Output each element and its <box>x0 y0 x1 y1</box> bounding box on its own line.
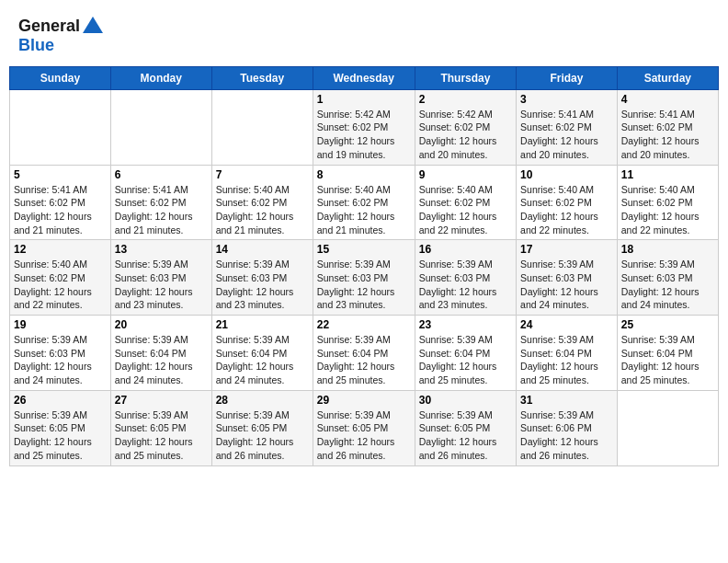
day-number: 21 <box>216 318 309 331</box>
day-number: 13 <box>115 243 208 256</box>
calendar-cell: 2Sunrise: 5:42 AM Sunset: 6:02 PM Daylig… <box>415 89 516 165</box>
calendar-cell: 7Sunrise: 5:40 AM Sunset: 6:02 PM Daylig… <box>211 165 313 240</box>
calendar-week-4: 19Sunrise: 5:39 AM Sunset: 6:03 PM Dayli… <box>10 316 719 391</box>
calendar-cell: 31Sunrise: 5:39 AM Sunset: 6:06 PM Dayli… <box>517 390 618 465</box>
weekday-header-wednesday: Wednesday <box>313 66 415 89</box>
calendar-cell: 26Sunrise: 5:39 AM Sunset: 6:05 PM Dayli… <box>10 390 111 465</box>
day-number: 30 <box>419 394 512 407</box>
calendar-cell <box>617 390 718 465</box>
calendar-week-2: 5Sunrise: 5:41 AM Sunset: 6:02 PM Daylig… <box>10 165 719 240</box>
day-info: Sunrise: 5:39 AM Sunset: 6:04 PM Dayligh… <box>419 333 512 387</box>
calendar-cell: 11Sunrise: 5:40 AM Sunset: 6:02 PM Dayli… <box>617 165 718 240</box>
day-number: 5 <box>14 168 107 181</box>
calendar-cell: 4Sunrise: 5:41 AM Sunset: 6:02 PM Daylig… <box>617 89 718 165</box>
day-info: Sunrise: 5:41 AM Sunset: 6:02 PM Dayligh… <box>14 183 107 237</box>
day-number: 17 <box>520 243 613 256</box>
day-info: Sunrise: 5:39 AM Sunset: 6:04 PM Dayligh… <box>216 333 309 387</box>
day-info: Sunrise: 5:39 AM Sunset: 6:03 PM Dayligh… <box>317 258 411 312</box>
day-info: Sunrise: 5:39 AM Sunset: 6:03 PM Dayligh… <box>520 258 613 312</box>
day-info: Sunrise: 5:39 AM Sunset: 6:05 PM Dayligh… <box>14 408 107 463</box>
day-info: Sunrise: 5:39 AM Sunset: 6:03 PM Dayligh… <box>419 258 512 312</box>
calendar-table: SundayMondayTuesdayWednesdayThursdayFrid… <box>9 66 719 466</box>
calendar-cell: 19Sunrise: 5:39 AM Sunset: 6:03 PM Dayli… <box>10 316 111 391</box>
day-number: 1 <box>317 93 411 106</box>
calendar-cell <box>211 89 313 165</box>
calendar-cell: 6Sunrise: 5:41 AM Sunset: 6:02 PM Daylig… <box>110 165 211 240</box>
day-number: 10 <box>520 168 613 181</box>
weekday-header-friday: Friday <box>517 66 618 89</box>
day-info: Sunrise: 5:41 AM Sunset: 6:02 PM Dayligh… <box>115 183 208 237</box>
day-number: 7 <box>216 168 309 181</box>
day-info: Sunrise: 5:40 AM Sunset: 6:02 PM Dayligh… <box>520 183 613 237</box>
day-info: Sunrise: 5:42 AM Sunset: 6:02 PM Dayligh… <box>317 108 411 162</box>
weekday-header-thursday: Thursday <box>415 66 516 89</box>
calendar-cell: 28Sunrise: 5:39 AM Sunset: 6:05 PM Dayli… <box>211 390 313 465</box>
day-number: 16 <box>419 243 512 256</box>
calendar-cell: 16Sunrise: 5:39 AM Sunset: 6:03 PM Dayli… <box>415 240 516 316</box>
calendar-cell: 20Sunrise: 5:39 AM Sunset: 6:04 PM Dayli… <box>110 316 211 391</box>
day-info: Sunrise: 5:39 AM Sunset: 6:05 PM Dayligh… <box>419 408 512 463</box>
day-info: Sunrise: 5:41 AM Sunset: 6:02 PM Dayligh… <box>621 108 714 162</box>
day-info: Sunrise: 5:42 AM Sunset: 6:02 PM Dayligh… <box>419 108 512 162</box>
day-number: 19 <box>14 318 107 331</box>
calendar-week-5: 26Sunrise: 5:39 AM Sunset: 6:05 PM Dayli… <box>10 390 719 465</box>
day-info: Sunrise: 5:39 AM Sunset: 6:06 PM Dayligh… <box>520 408 613 463</box>
calendar-cell: 22Sunrise: 5:39 AM Sunset: 6:04 PM Dayli… <box>313 316 415 391</box>
day-info: Sunrise: 5:41 AM Sunset: 6:02 PM Dayligh… <box>520 108 613 162</box>
day-info: Sunrise: 5:40 AM Sunset: 6:02 PM Dayligh… <box>14 258 107 312</box>
calendar-cell: 1Sunrise: 5:42 AM Sunset: 6:02 PM Daylig… <box>313 89 415 165</box>
calendar-cell: 29Sunrise: 5:39 AM Sunset: 6:05 PM Dayli… <box>313 390 415 465</box>
calendar-cell: 3Sunrise: 5:41 AM Sunset: 6:02 PM Daylig… <box>517 89 618 165</box>
day-info: Sunrise: 5:39 AM Sunset: 6:04 PM Dayligh… <box>115 333 208 387</box>
calendar-cell: 9Sunrise: 5:40 AM Sunset: 6:02 PM Daylig… <box>415 165 516 240</box>
calendar-cell: 15Sunrise: 5:39 AM Sunset: 6:03 PM Dayli… <box>313 240 415 316</box>
calendar-cell: 13Sunrise: 5:39 AM Sunset: 6:03 PM Dayli… <box>110 240 211 316</box>
calendar-cell: 23Sunrise: 5:39 AM Sunset: 6:04 PM Dayli… <box>415 316 516 391</box>
day-number: 29 <box>317 394 411 407</box>
day-info: Sunrise: 5:39 AM Sunset: 6:03 PM Dayligh… <box>621 258 714 312</box>
day-info: Sunrise: 5:39 AM Sunset: 6:03 PM Dayligh… <box>115 258 208 312</box>
calendar-cell: 14Sunrise: 5:39 AM Sunset: 6:03 PM Dayli… <box>211 240 313 316</box>
day-number: 8 <box>317 168 411 181</box>
weekday-header-tuesday: Tuesday <box>211 66 313 89</box>
weekday-header-saturday: Saturday <box>617 66 718 89</box>
calendar-cell <box>10 89 111 165</box>
calendar-cell: 10Sunrise: 5:40 AM Sunset: 6:02 PM Dayli… <box>517 165 618 240</box>
calendar-week-3: 12Sunrise: 5:40 AM Sunset: 6:02 PM Dayli… <box>10 240 719 316</box>
calendar-cell: 5Sunrise: 5:41 AM Sunset: 6:02 PM Daylig… <box>10 165 111 240</box>
day-number: 4 <box>621 93 714 106</box>
day-number: 14 <box>216 243 309 256</box>
logo: General Blue <box>18 17 103 55</box>
day-number: 24 <box>520 318 613 331</box>
day-number: 22 <box>317 318 411 331</box>
day-info: Sunrise: 5:40 AM Sunset: 6:02 PM Dayligh… <box>419 183 512 237</box>
day-number: 15 <box>317 243 411 256</box>
calendar-cell: 21Sunrise: 5:39 AM Sunset: 6:04 PM Dayli… <box>211 316 313 391</box>
logo-text-general: General <box>18 17 80 36</box>
logo-bird-icon <box>83 17 103 33</box>
day-number: 18 <box>621 243 714 256</box>
day-info: Sunrise: 5:39 AM Sunset: 6:04 PM Dayligh… <box>520 333 613 387</box>
calendar-cell: 24Sunrise: 5:39 AM Sunset: 6:04 PM Dayli… <box>517 316 618 391</box>
calendar-header: SundayMondayTuesdayWednesdayThursdayFrid… <box>10 66 719 89</box>
day-info: Sunrise: 5:39 AM Sunset: 6:04 PM Dayligh… <box>317 333 411 387</box>
page-header: General Blue <box>9 9 719 59</box>
calendar-subtitle <box>9 59 719 66</box>
calendar-cell: 8Sunrise: 5:40 AM Sunset: 6:02 PM Daylig… <box>313 165 415 240</box>
calendar-cell: 17Sunrise: 5:39 AM Sunset: 6:03 PM Dayli… <box>517 240 618 316</box>
day-number: 11 <box>621 168 714 181</box>
day-number: 27 <box>115 394 208 407</box>
calendar-cell <box>110 89 211 165</box>
day-number: 26 <box>14 394 107 407</box>
calendar-cell: 30Sunrise: 5:39 AM Sunset: 6:05 PM Dayli… <box>415 390 516 465</box>
day-number: 31 <box>520 394 613 407</box>
day-number: 6 <box>115 168 208 181</box>
day-number: 2 <box>419 93 512 106</box>
day-info: Sunrise: 5:39 AM Sunset: 6:03 PM Dayligh… <box>216 258 309 312</box>
day-info: Sunrise: 5:39 AM Sunset: 6:03 PM Dayligh… <box>14 333 107 387</box>
weekday-header-sunday: Sunday <box>10 66 111 89</box>
svg-marker-0 <box>83 17 103 33</box>
day-info: Sunrise: 5:40 AM Sunset: 6:02 PM Dayligh… <box>621 183 714 237</box>
day-number: 28 <box>216 394 309 407</box>
day-number: 20 <box>115 318 208 331</box>
